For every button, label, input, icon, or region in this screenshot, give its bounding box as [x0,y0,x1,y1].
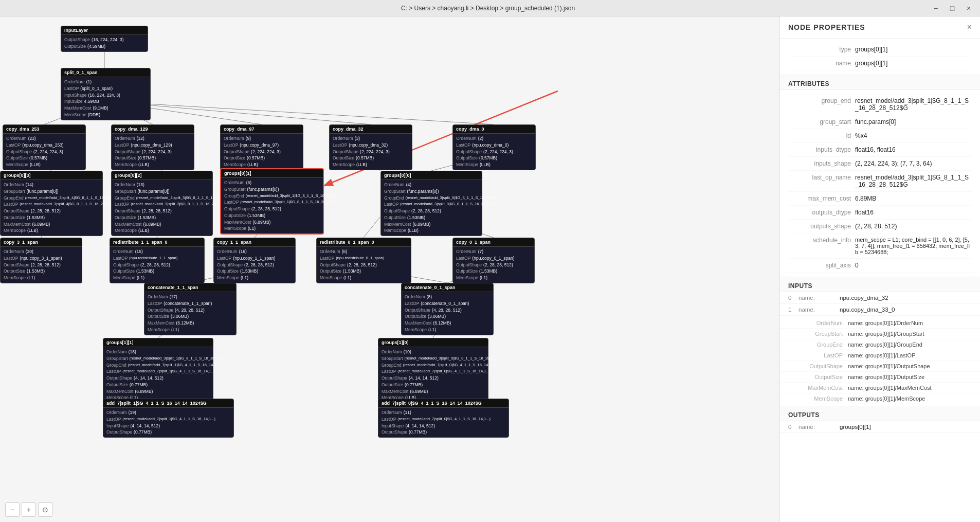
title-bar: C: > Users > chaoyang.li > Desktop > gro… [0,0,980,16]
node-c11-header: copy_1_1_span [214,238,295,247]
node-copy-3-1-span[interactable]: copy_3_1_span OrderNum(30) LastOP(npu.co… [0,238,82,283]
node-copy32-body: OrderNum(3) LastOP(npu.copy_dma_32) Outp… [330,134,412,170]
right-panel-close-button[interactable]: × [967,23,972,32]
node-g11-header: groups[1][1] [103,338,213,347]
node-groups-1-1[interactable]: groups[1][1] OrderNum(18) GroupStart(res… [103,338,213,403]
name-label: name [788,60,855,67]
type-row: type groups[0][1] [788,43,972,57]
breadcrumb: C: > Users > chaoyang.li > Desktop > gro… [401,5,575,12]
node-copy129-header: copy_dma_129 [112,125,194,134]
node-cat1-header: concatenate_1_1_span [144,283,236,292]
node-groups-0-0[interactable]: groups[0][0] OrderNum(4) GroupStart(func… [380,171,482,236]
node-copy253-body: OrderNum(23) LastOP(npu.copy_dma_253) Ou… [3,134,85,170]
node-copy253-header: copy_dma_253 [3,125,85,134]
node-add70-body: OrderNum(11) LastOP(resnet_model/add_7|s… [378,408,509,437]
zoom-in-button[interactable]: + [22,502,36,517]
node-g03-header: groups[0][3] [1,171,102,180]
node-g11-body: OrderNum(18) GroupStart(resnet_model/add… [103,347,213,403]
node-copy-dma-32[interactable]: copy_dma_32 OrderNum(3) LastOP(npu.copy_… [329,124,412,170]
node-g00-header: groups[0][0] [381,171,482,180]
type-label: type [788,46,855,53]
node-copy97-body: OrderNum(9) LastOP(npu.copy_dma_97) Outp… [221,134,303,170]
node-cat1-body: OrderNum(17) LastOP(concatenate_1_1_span… [144,292,236,335]
node-add-7-split-0[interactable]: add_7|split_0|$G_4_1_1_S_16_14_14_1024$G… [378,399,509,438]
node-c01-header: copy_0_1_span [453,238,534,247]
node-copy-dma-97[interactable]: copy_dma_97 OrderNum(9) LastOP(npu.copy_… [220,124,303,170]
node-c01-body: OrderNum(7) LastOP(npu.copy_0_1_span) Ou… [453,247,534,283]
output-row-0: 0 name: groups[0][1] [780,421,980,433]
node-add71-header: add_7|split_1|$G_4_1_1_S_16_14_14_1024$G [103,399,233,408]
node-concatenate-0-1-span[interactable]: concatenate_0_1_span OrderNum(8) LastOP(… [401,283,494,335]
svg-line-14 [364,217,380,238]
right-panel-title: NODE PROPERTIES [788,23,865,31]
name-row: name groups[0][1] [788,57,972,70]
node-split-0-1-span[interactable]: split_0_1_span OrderNum(1) LastOP(split_… [61,68,151,120]
node-inputLayer[interactable]: InputLayer OutputShape(16, 224, 224, 3) … [61,26,148,52]
node-r010-body: OrderNum(6) LastOP(npu.redistribute_0_1_… [317,247,411,283]
node-inputLayer-header: InputLayer [61,26,148,35]
node-copy-0-1-span[interactable]: copy_0_1_span OrderNum(7) LastOP(npu.cop… [452,238,535,283]
node-add-7-split-1[interactable]: add_7|split_1|$G_4_1_1_S_16_14_14_1024$G… [103,399,234,438]
node-r110-body: OrderNum(15) LastOP(npu.redistribute_1_1… [110,247,204,283]
name-value: groups[0][1] [855,60,972,67]
node-add70-header: add_7|split_0|$G_4_1_1_S_16_14_14_1024$G [378,399,509,408]
attributes-section: group_endresnet_model/add_3|split_1|$G_8… [780,90,980,277]
node-redistribute-1-1-span-0[interactable]: redistribute_1_1_span_0 OrderNum(15) Las… [110,238,205,283]
node-c11-body: OrderNum(16) LastOP(npu.copy_1_1_span) O… [214,247,295,283]
node-g01-header: groups[0][1] [221,169,323,178]
node-copy-dma-129[interactable]: copy_dma_129 OrderNum(12) LastOP(npu.cop… [111,124,194,170]
node-g03-body: OrderNum(14) GroupStart(func.params[0]) … [1,180,102,236]
node-copy0-body: OrderNum(2) LastOP(npu.copy_dma_0) Outpu… [453,134,535,170]
node-redistribute-0-1-span-0[interactable]: redistribute_0_1_span_0 OrderNum(6) Last… [316,238,411,283]
node-copy-dma-253[interactable]: copy_dma_253 OrderNum(23) LastOP(npu.cop… [3,124,86,170]
svg-line-5 [104,101,494,124]
input-row-1: 1 name: npu.copy_dma_33_0 [780,304,980,316]
inputs-section-title: INPUTS [780,277,980,292]
node-groups-0-2[interactable]: groups[0][2] OrderNum(13) GroupStart(fun… [111,171,213,236]
node-cat0-header: concatenate_0_1_span [402,283,493,292]
window-close-button[interactable]: × [963,2,975,14]
outputs-section-title: OUTPUTS [780,406,980,421]
attributes-section-title: ATTRIBUTES [780,75,980,90]
bottom-toolbar: − + ⊙ [5,502,52,517]
node-inputLayer-body: OutputShape(16, 224, 224, 3) OutputSize(… [61,35,148,51]
node-copy0-header: copy_dma_0 [453,125,535,134]
node-g02-header: groups[0][2] [112,171,212,180]
node-r010-header: redistribute_0_1_span_0 [317,238,411,247]
node-c31-header: copy_3_1_span [1,238,82,247]
type-name-section: type groups[0][1] name groups[0][1] [780,39,980,75]
minimize-button[interactable]: − [930,2,942,14]
right-panel: NODE PROPERTIES × type groups[0][1] name… [779,16,980,522]
node-g00-body: OrderNum(4) GroupStart(func.params[0]) G… [381,180,482,236]
title-bar-right[interactable]: − □ × [930,2,975,14]
node-split-header: split_0_1_span [61,68,150,77]
node-copy-dma-0[interactable]: copy_dma_0 OrderNum(2) LastOP(npu.copy_d… [452,124,536,170]
node-r110-header: redistribute_1_1_span_0 [110,238,204,247]
main-area: InputLayer OutputShape(16, 224, 224, 3) … [0,16,980,522]
node-g01-body: OrderNum(5) GroupStart(func.params[0]) G… [221,178,323,233]
node-copy129-body: OrderNum(12) LastOP(npu.copy_dma_129) Ou… [112,134,194,170]
type-value: groups[0][1] [855,46,972,53]
node-c31-body: OrderNum(30) LastOP(npu.copy_3_1_span) O… [1,247,82,283]
canvas-area[interactable]: InputLayer OutputShape(16, 224, 224, 3) … [0,16,779,522]
input-row-0: 0 name: npu.copy_dma_32 [780,292,980,304]
maximize-button[interactable]: □ [946,2,958,14]
node-groups-0-3[interactable]: groups[0][3] OrderNum(14) GroupStart(fun… [0,171,103,236]
sub-inputs-section: OrderNumname: groups[0][1]/OrderNum Grou… [780,316,980,406]
zoom-out-button[interactable]: − [5,502,20,517]
node-copy-1-1-span[interactable]: copy_1_1_span OrderNum(16) LastOP(npu.co… [213,238,296,283]
node-copy97-header: copy_dma_97 [221,125,303,134]
right-panel-header: NODE PROPERTIES × [780,16,980,39]
node-g02-body: OrderNum(13) GroupStart(func.params[0]) … [112,180,212,236]
node-split-body: OrderNum(1) LastOP(split_0_1_span) Input… [61,77,150,120]
fit-view-button[interactable]: ⊙ [38,502,52,517]
node-groups-1-0[interactable]: groups[1][0] OrderNum(10) GroupStart(res… [378,338,488,403]
node-groups-0-1-selected[interactable]: groups[0][1] OrderNum(5) GroupStart(func… [220,168,324,235]
node-g10-body: OrderNum(10) GroupStart(resnet_model/add… [378,347,488,403]
node-copy32-header: copy_dma_32 [330,125,412,134]
node-g10-header: groups[1][0] [378,338,488,347]
node-cat0-body: OrderNum(8) LastOP(concatenate_0_1_span)… [402,292,493,335]
node-concatenate-1-1-span[interactable]: concatenate_1_1_span OrderNum(17) LastOP… [144,283,237,335]
node-add71-body: OrderNum(19) LastOP(resnet_model/add_7|s… [103,408,233,437]
title-bar-center: C: > Users > chaoyang.li > Desktop > gro… [401,5,575,12]
